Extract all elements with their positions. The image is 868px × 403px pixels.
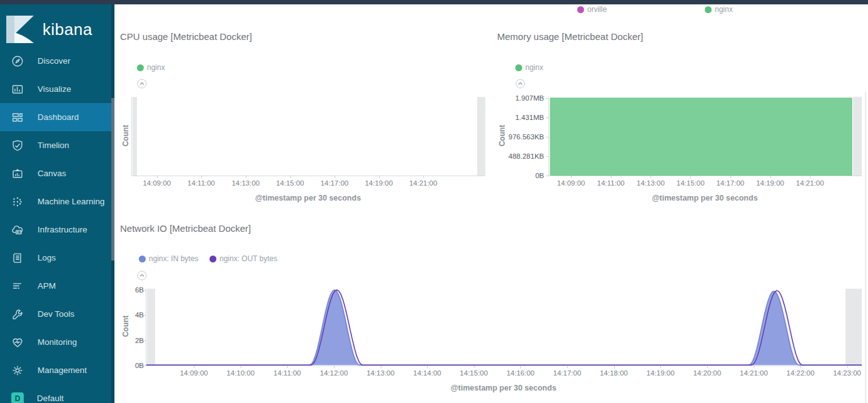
cpu-usage-chart: Count14:09:0014:11:0014:13:0014:15:0014:… [114, 27, 490, 211]
y-tick-label: 1.907MB [500, 94, 544, 102]
sidebar-item-discover[interactable]: Discover [0, 47, 114, 75]
sidebar-item-logs[interactable]: Logs [0, 244, 114, 272]
sidebar-item-label: Infrastructure [38, 225, 88, 234]
x-tick-mark [381, 366, 381, 368]
panel-network-io: Network IO [Metricbeat Docker] nginx: IN… [114, 219, 868, 403]
legend-item[interactable]: orville [577, 5, 607, 14]
y-tick-mark [546, 117, 548, 118]
sidebar-item-timelion[interactable]: Timelion [0, 131, 114, 159]
x-tick-label: 14:13:00 [231, 179, 260, 187]
logs-icon [11, 251, 24, 265]
dashboard-icon [11, 111, 24, 124]
visualize-icon [11, 82, 24, 96]
y-tick-mark [546, 156, 548, 157]
sidebar-item-dev-tools[interactable]: Dev Tools [0, 300, 114, 328]
legend-item[interactable]: nginx [705, 5, 733, 14]
x-tick-label: 14:15:00 [460, 369, 488, 377]
dashboard-main: orvillenginx CPU usage [Metricbeat Docke… [114, 4, 868, 403]
x-tick-label: 14:14:00 [413, 369, 442, 377]
y-tick-label: 976.563KB [500, 133, 544, 141]
machine-learning-icon [11, 195, 24, 209]
x-tick-mark [611, 176, 612, 178]
x-tick-label: 14:22:00 [787, 369, 815, 377]
kibana-logo[interactable]: kibana [0, 4, 114, 45]
y-tick-mark [546, 176, 548, 176]
x-tick-label: 14:21:00 [740, 369, 768, 377]
x-tick-label: 14:12:00 [320, 369, 348, 377]
sidebar-item-label: Management [38, 366, 87, 375]
sidebar-item-dashboard[interactable]: Dashboard [0, 103, 114, 131]
y-tick-label: 0B [500, 172, 544, 179]
sidebar-item-management[interactable]: Management [0, 356, 114, 384]
y-tick-mark [546, 98, 548, 99]
main-scrollbar[interactable] [865, 92, 866, 403]
x-tick-label: 14:17:00 [553, 369, 582, 377]
x-tick-mark [707, 366, 708, 368]
dev-tools-icon [11, 307, 24, 321]
sidebar-item-infrastructure[interactable]: Infrastructure [0, 216, 114, 244]
x-tick-mark [287, 366, 288, 368]
plot-area[interactable] [146, 289, 862, 366]
sidebar-item-label: Default [37, 394, 64, 403]
sidebar-item-label: Dev Tools [38, 309, 74, 319]
sidebar-item-canvas[interactable]: Canvas [0, 159, 114, 187]
legend-dot-icon [577, 6, 584, 13]
x-tick-label: 14:15:00 [677, 179, 705, 187]
x-tick-mark [334, 366, 335, 368]
x-axis-label: @timestamp per 30 seconds [146, 384, 861, 392]
x-tick-mark [770, 176, 771, 178]
discover-icon [11, 54, 24, 68]
sidebar-item-label: Timelion [38, 141, 69, 150]
x-tick-mark [730, 176, 731, 178]
x-axis-label: @timestamp per 30 seconds [548, 194, 861, 202]
x-tick-mark [246, 176, 246, 178]
x-tick-label: 14:17:00 [716, 179, 744, 187]
x-tick-mark [847, 366, 848, 368]
panel-memory-usage: Memory usage [Metricbeat Docker] nginx C… [490, 27, 868, 211]
x-tick-label: 14:19:00 [365, 179, 393, 187]
x-tick-mark [614, 366, 615, 368]
sidebar-item-label: Visualize [38, 84, 71, 94]
sidebar-item-label: Dashboard [38, 112, 79, 122]
space-badge-icon: D [11, 392, 24, 403]
x-tick-mark [474, 366, 475, 368]
x-tick-label: 14:15:00 [276, 179, 304, 187]
sidebar-item-label: Logs [38, 253, 56, 262]
x-tick-mark [650, 176, 651, 178]
legend-dot-icon [705, 6, 712, 13]
network-io-chart: Count14:09:0014:10:0014:11:0014:12:0014:… [114, 219, 868, 403]
x-tick-label: 14:18:00 [600, 369, 628, 377]
kibana-logo-icon [6, 16, 34, 43]
sidebar-scrollbar[interactable] [111, 4, 114, 403]
x-axis-label: @timestamp per 30 seconds [131, 194, 485, 202]
x-tick-mark [660, 366, 661, 368]
x-tick-label: 14:09:00 [180, 369, 208, 377]
sidebar-item-visualize[interactable]: Visualize [0, 75, 114, 103]
x-tick-mark [241, 366, 241, 368]
y-axis-label: Count [121, 123, 130, 148]
x-tick-mark [690, 176, 691, 178]
plot-area[interactable] [131, 97, 485, 176]
legend-label: orville [587, 5, 607, 14]
x-tick-label: 14:11:00 [597, 179, 625, 187]
sidebar-item-monitoring[interactable]: Monitoring [0, 328, 114, 356]
timelion-icon [11, 139, 24, 152]
x-tick-mark [571, 176, 572, 178]
x-tick-mark [194, 366, 194, 368]
x-tick-mark [379, 176, 380, 178]
x-tick-label: 14:10:00 [226, 369, 255, 377]
x-tick-label: 14:19:00 [647, 369, 675, 377]
panel-cpu-usage: CPU usage [Metricbeat Docker] nginx Coun… [114, 27, 490, 211]
sidebar-item-default[interactable]: DDefault [0, 384, 114, 403]
management-icon [11, 364, 24, 377]
sidebar: kibana DiscoverVisualizeDashboardTimelio… [0, 4, 114, 403]
sidebar-item-apm[interactable]: APM [0, 272, 114, 300]
plot-area[interactable] [548, 97, 862, 176]
sidebar-item-label: APM [38, 281, 56, 291]
x-tick-mark [157, 176, 158, 178]
memory-usage-chart: Count14:09:0014:11:0014:13:0014:15:0014:… [490, 27, 868, 211]
sidebar-item-machine-learning[interactable]: Machine Learning [0, 187, 114, 216]
legend-label: nginx [715, 5, 733, 14]
x-tick-mark [800, 366, 801, 368]
sidebar-item-label: Machine Learning [38, 197, 104, 206]
